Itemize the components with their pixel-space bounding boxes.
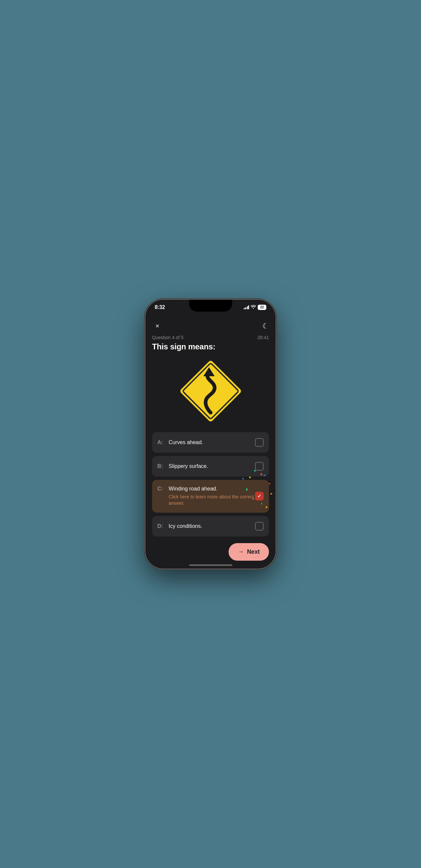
phone-frame: 8:32 22 × ☾ Que bbox=[145, 300, 276, 569]
answer-label-a: A: bbox=[157, 439, 164, 445]
answer-option-c[interactable]: C: Winding road ahead. Click here to lea… bbox=[152, 480, 269, 513]
next-arrow-icon: → bbox=[238, 549, 244, 555]
screen: × ☾ Question 4 of 5 28:41 This sign mean… bbox=[145, 300, 276, 569]
status-icons: 22 bbox=[244, 304, 267, 310]
question-count: Question 4 of 5 bbox=[152, 335, 183, 340]
checkbox-a[interactable] bbox=[255, 438, 264, 447]
road-sign-image bbox=[178, 358, 244, 424]
answer-option-d[interactable]: D: Icy conditions. bbox=[152, 516, 269, 536]
top-bar: × ☾ bbox=[152, 316, 269, 335]
next-area: → Next bbox=[152, 540, 269, 567]
signal-icon bbox=[244, 305, 249, 309]
dark-mode-icon[interactable]: ☾ bbox=[262, 322, 269, 331]
answer-option-a[interactable]: A: Curves ahead. bbox=[152, 432, 269, 453]
answer-label-d: D: bbox=[157, 523, 164, 529]
content-area: × ☾ Question 4 of 5 28:41 This sign mean… bbox=[145, 316, 276, 569]
wifi-icon bbox=[251, 305, 256, 310]
sign-container bbox=[152, 358, 269, 424]
timer: 28:41 bbox=[258, 335, 269, 340]
answer-text-a: Curves ahead. bbox=[169, 439, 203, 445]
next-label: Next bbox=[247, 549, 260, 555]
checkbox-b[interactable] bbox=[255, 462, 264, 471]
answer-sub-text-c[interactable]: Click here to learn more about the corre… bbox=[169, 494, 255, 507]
close-button[interactable]: × bbox=[152, 321, 163, 332]
answer-option-b[interactable]: B: Slippery surface. bbox=[152, 456, 269, 476]
answer-label-b: B: bbox=[157, 463, 164, 469]
answer-text-c: Winding road ahead. bbox=[169, 486, 255, 492]
answer-text-b: Slippery surface. bbox=[169, 463, 208, 469]
battery-icon: 22 bbox=[258, 305, 266, 310]
next-button[interactable]: → Next bbox=[229, 543, 269, 561]
answer-label-c: C: bbox=[157, 486, 164, 492]
checkbox-d[interactable] bbox=[255, 522, 264, 530]
question-title: This sign means: bbox=[152, 342, 269, 351]
status-time: 8:32 bbox=[155, 304, 165, 310]
notch bbox=[189, 300, 232, 312]
home-indicator bbox=[189, 564, 232, 566]
answer-text-d: Icy conditions. bbox=[169, 523, 202, 529]
checkbox-c[interactable] bbox=[255, 492, 264, 500]
question-info: Question 4 of 5 28:41 bbox=[152, 335, 269, 340]
